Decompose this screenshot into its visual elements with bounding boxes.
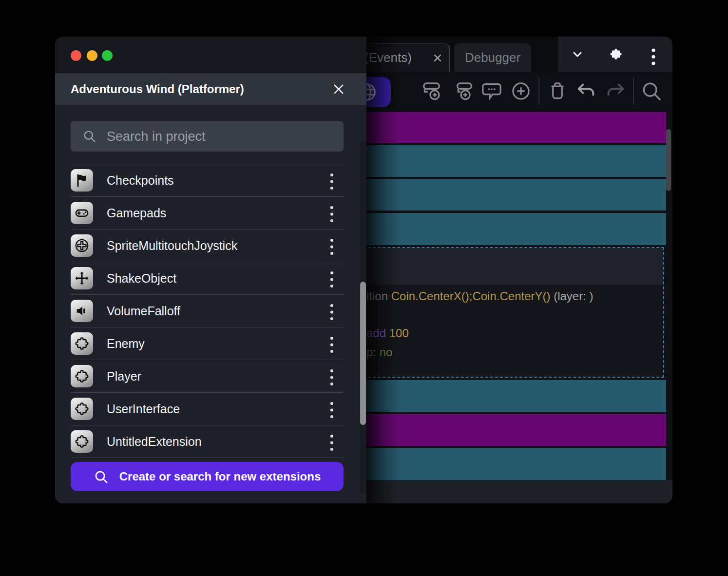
kebab-menu-icon[interactable] [329, 205, 335, 221]
puzzle-icon [71, 430, 93, 453]
extension-label: SpriteMultitouchJoystick [107, 239, 329, 253]
dpad-icon [71, 234, 93, 257]
extension-label: UserInterface [107, 402, 329, 416]
kebab-menu-icon[interactable] [329, 172, 335, 189]
event-action-text[interactable]: ition Coin.CenterX();Coin.CenterY() (lay… [366, 289, 594, 304]
kebab-menu-icon[interactable] [329, 270, 335, 287]
puzzle-icon [71, 398, 93, 420]
project-manager-panel: Adventurous Wind (Platformer) Checkpoint… [55, 37, 366, 503]
kebab-menu-icon[interactable] [329, 401, 335, 417]
search-icon [94, 469, 109, 484]
puzzle-icon [71, 332, 93, 355]
kebab-menu-icon[interactable] [329, 433, 335, 450]
create-extension-button[interactable]: Create or search for new extensions [71, 462, 344, 491]
extension-item-ShakeObject[interactable]: ShakeObject [71, 262, 344, 294]
extension-item-Enemy[interactable]: Enemy [71, 327, 344, 360]
project-manager-header: Adventurous Wind (Platformer) [55, 73, 366, 105]
extensions-list: CheckpointsGamepadsSpriteMultitouchJoyst… [71, 164, 344, 458]
tab-debugger[interactable]: Debugger [454, 43, 531, 72]
extension-label: Enemy [107, 337, 329, 351]
project-title: Adventurous Wind (Platformer) [71, 73, 244, 105]
event-action-text[interactable]: add 100 [366, 326, 409, 341]
add-event-button[interactable] [421, 80, 443, 102]
move-icon [71, 267, 93, 289]
add-subevent-button[interactable] [453, 80, 475, 102]
tabbar-right-controls [558, 37, 672, 72]
extension-item-VolumeFalloff[interactable]: VolumeFalloff [71, 294, 344, 327]
extension-label: ShakeObject [107, 271, 329, 286]
extension-item-Player[interactable]: Player [71, 360, 344, 392]
flag-icon [71, 169, 93, 192]
kebab-menu-icon[interactable] [329, 303, 335, 319]
tab-events-label: (Events) [364, 44, 412, 72]
tab-debugger-label: Debugger [465, 50, 520, 65]
redo-button[interactable] [604, 80, 627, 102]
event-action-text[interactable]: p: no [366, 345, 392, 360]
search-icon [82, 129, 96, 143]
toolbar-divider [538, 77, 539, 105]
gamepad-icon [71, 202, 93, 224]
traffic-zoom-button[interactable] [102, 50, 113, 61]
kebab-menu-icon[interactable] [329, 368, 335, 384]
extension-label: UntitledExtension [107, 435, 329, 449]
extension-item-UntitledExtension[interactable]: UntitledExtension [71, 425, 344, 458]
speaker-icon [71, 300, 93, 322]
extension-item-SpriteMultitouchJoystick[interactable]: SpriteMultitouchJoystick [71, 229, 344, 262]
events-scrollbar-thumb[interactable] [666, 129, 671, 191]
drawer-scrollbar-thumb[interactable] [360, 282, 366, 425]
extension-label: Checkpoints [107, 173, 329, 188]
extension-item-Checkpoints[interactable]: Checkpoints [71, 164, 344, 196]
extension-item-UserInterface[interactable]: UserInterface [71, 392, 344, 425]
search-input[interactable] [106, 121, 337, 153]
add-comment-button[interactable] [480, 80, 503, 102]
extension-label: VolumeFalloff [107, 304, 329, 318]
traffic-close-button[interactable] [71, 50, 81, 61]
kebab-menu-icon[interactable] [329, 335, 335, 352]
add-other-event-button[interactable] [510, 80, 532, 102]
undo-button[interactable] [575, 80, 597, 102]
more-options-icon[interactable] [651, 47, 656, 62]
window-titlebar [55, 37, 366, 73]
tab-close-icon[interactable] [432, 52, 443, 64]
puzzle-icon [71, 365, 93, 387]
extension-label: Gamepads [107, 206, 329, 220]
extension-item-Gamepads[interactable]: Gamepads [71, 196, 344, 229]
extension-label: Player [107, 369, 329, 384]
toolbar-divider [633, 77, 634, 105]
project-search-box [71, 121, 344, 152]
create-extension-label: Create or search for new extensions [119, 470, 321, 483]
trash-button[interactable] [546, 80, 569, 102]
chevron-down-icon[interactable] [571, 48, 584, 61]
close-icon[interactable] [332, 82, 345, 96]
kebab-menu-icon[interactable] [329, 237, 335, 254]
extensions-puzzle-icon[interactable] [609, 47, 623, 61]
search-events-button[interactable] [640, 80, 663, 102]
traffic-minimize-button[interactable] [87, 50, 97, 61]
